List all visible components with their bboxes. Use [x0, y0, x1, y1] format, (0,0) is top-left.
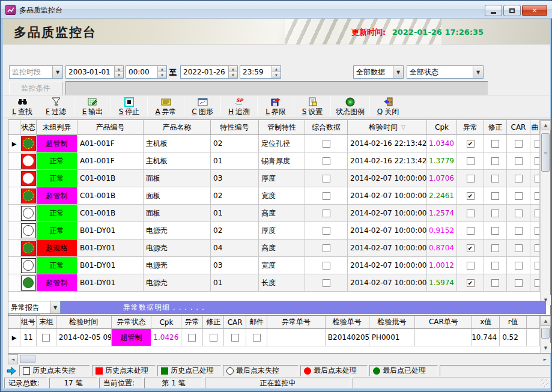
column-header[interactable]: CAR	[224, 316, 246, 329]
end-time-spinner[interactable]: ▲▼	[271, 66, 281, 78]
checkbox[interactable]	[491, 157, 499, 165]
table-row[interactable]: 超管制C01-001B面板02宽度2014-02-07 10:00:002.24…	[8, 187, 540, 205]
abnormal-report-select[interactable]: 异常报告 ▼	[8, 301, 61, 314]
chevron-down-icon[interactable]: ▼	[50, 301, 60, 313]
table-row[interactable]: 正常C01-001B面板01高度2014-02-07 10:00:001.257…	[8, 205, 540, 222]
title-bar[interactable]: 多品质监控台 ✕	[1, 1, 552, 19]
checkbox[interactable]	[253, 334, 261, 342]
end-date-input[interactable]: 2022-01-26 ▲▼	[180, 65, 238, 79]
checkbox[interactable]	[535, 244, 540, 252]
checkbox[interactable]	[323, 227, 330, 235]
period-select[interactable]: 监控时段 ▼	[9, 65, 63, 79]
table-row[interactable]: 正常A01-001F主机板01锡膏厚度2014-02-16 22:13:421.…	[8, 152, 540, 170]
end-time-input[interactable]: 23:59 ▲▼	[240, 65, 281, 79]
start-time-spinner[interactable]: ▲▼	[157, 66, 166, 78]
checkbox[interactable]	[515, 157, 523, 165]
column-header[interactable]: r值	[500, 316, 527, 329]
checkbox[interactable]	[535, 262, 540, 270]
scrollbar-thumb[interactable]	[20, 355, 35, 363]
checkbox[interactable]	[231, 334, 239, 342]
checkbox[interactable]	[491, 279, 499, 287]
toolbar-button-abnormal[interactable]: A异常	[149, 95, 183, 118]
checkbox[interactable]	[515, 262, 523, 270]
resize-grip-icon[interactable]	[541, 379, 548, 387]
toolbar-button-filter[interactable]: F过滤	[39, 95, 73, 118]
column-header[interactable]: 异常	[457, 120, 484, 135]
start-date-spinner[interactable]: ▲▼	[114, 66, 123, 78]
column-header[interactable]: 产品编号	[77, 120, 144, 135]
checkbox[interactable]	[535, 175, 540, 182]
checkbox[interactable]	[323, 262, 330, 270]
column-header[interactable]: 修正	[203, 316, 224, 329]
checkbox[interactable]	[323, 210, 330, 217]
checkbox[interactable]	[323, 157, 330, 165]
scroll-up-icon[interactable]: ▲	[541, 120, 551, 130]
column-header[interactable]: 曲	[530, 120, 540, 135]
column-header[interactable]: 异常	[181, 316, 203, 329]
toolbar-button-stop[interactable]: S停止	[112, 95, 146, 118]
toolbar-button-exit[interactable]: Q关闭	[371, 95, 405, 118]
scroll-up-icon[interactable]: ▲	[541, 316, 551, 326]
column-header[interactable]: 检验批号	[369, 316, 416, 329]
toolbar-button-trace[interactable]: SPH追溯	[222, 95, 256, 118]
column-header[interactable]: 末组判异	[37, 120, 77, 135]
close-button[interactable]: ✕	[522, 5, 547, 16]
checkbox[interactable]	[210, 334, 217, 342]
column-header[interactable]: 管制特性	[259, 120, 305, 135]
checkbox[interactable]	[515, 210, 523, 217]
checkbox[interactable]	[515, 140, 523, 148]
start-date-input[interactable]: 2003-01-01 ▲▼	[65, 65, 124, 79]
column-header[interactable]: 检验时间▽	[348, 120, 427, 135]
checkbox[interactable]	[323, 175, 330, 182]
checkbox[interactable]	[323, 279, 330, 287]
scroll-left-icon[interactable]: ◄	[8, 354, 18, 364]
checkbox[interactable]	[491, 192, 499, 200]
checkbox[interactable]	[515, 227, 523, 235]
monitor-condition-button[interactable]: 监控条件	[9, 82, 62, 95]
checkbox[interactable]	[467, 210, 475, 217]
table-row[interactable]: ▶112014-02-05 09:0超管制1.0426B20140205005P…	[8, 329, 540, 346]
checkbox[interactable]	[323, 244, 330, 252]
checkbox[interactable]: ✔	[467, 140, 475, 148]
column-header[interactable]: 产品名称	[144, 120, 211, 135]
checkbox[interactable]	[491, 227, 499, 235]
checkbox[interactable]: ✔	[467, 279, 475, 287]
checkbox[interactable]	[535, 157, 540, 165]
table-row[interactable]: 正常C01-001B面板03厚度2014-02-07 10:00:001.070…	[8, 170, 540, 187]
chevron-down-icon[interactable]: ▼	[393, 66, 403, 78]
column-header[interactable]: 特性编号	[211, 120, 259, 135]
checkbox[interactable]	[491, 262, 499, 270]
checkbox[interactable]	[491, 140, 499, 148]
toolbar-button-find[interactable]: L查找	[5, 95, 39, 118]
column-header[interactable]: 综合数据	[305, 120, 348, 135]
status-filter-select[interactable]: 全部状态 ▼	[407, 65, 484, 79]
table-row[interactable]: 超管制B01-DY01电源壳01长度2014-02-07 10:00:001.5…	[8, 274, 540, 292]
checkbox[interactable]	[491, 175, 499, 182]
toolbar-button-settings[interactable]: S设置	[296, 95, 329, 118]
checkbox[interactable]	[491, 210, 499, 217]
column-header[interactable]: 组号	[20, 316, 37, 329]
vertical-scrollbar[interactable]: ▲ ≡ ▼	[540, 120, 550, 305]
checkbox[interactable]: ✔	[467, 244, 475, 252]
checkbox[interactable]	[515, 279, 523, 287]
end-date-spinner[interactable]: ▲▼	[228, 66, 237, 78]
vertical-scrollbar[interactable]: ▲ ▼	[540, 316, 550, 353]
column-header[interactable]: 邮件	[246, 316, 267, 329]
column-header[interactable]: 检验时间	[56, 316, 112, 329]
column-header[interactable]: 检验单号	[326, 316, 369, 329]
checkbox[interactable]	[535, 192, 540, 200]
checkbox[interactable]	[515, 192, 523, 200]
column-header[interactable]: 状态	[20, 120, 37, 135]
checkbox[interactable]	[323, 192, 330, 200]
minimize-button[interactable]	[485, 5, 502, 16]
checkbox[interactable]	[467, 157, 475, 165]
column-header[interactable]: Cpk	[151, 316, 181, 329]
table-row[interactable]: 正常B01-DY01电源壳02厚度2014-02-07 10:00:000.91…	[8, 222, 540, 240]
checkbox[interactable]	[535, 140, 540, 148]
column-header[interactable]: 异常状态	[112, 316, 152, 329]
checkbox[interactable]	[188, 334, 196, 342]
chevron-down-icon[interactable]: ▼	[52, 66, 62, 78]
checkbox[interactable]	[515, 175, 523, 182]
chevron-down-icon[interactable]: ▼	[473, 66, 483, 78]
column-header[interactable]: x值	[472, 316, 500, 329]
